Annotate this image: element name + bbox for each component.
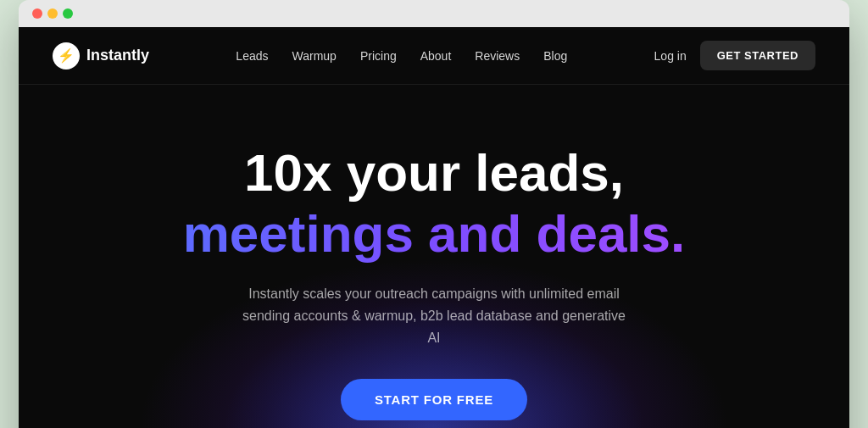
nav-link-warmup[interactable]: Warmup (292, 49, 337, 63)
nav-link-blog[interactable]: Blog (543, 49, 567, 63)
hero-title-line2: meetings and deals. (53, 205, 815, 263)
hero-subtitle: Instantly scales your outreach campaigns… (239, 283, 629, 348)
page-content: ⚡ Instantly Leads Warmup Pricing About R… (19, 27, 849, 428)
nav-actions: Log in GET STARTED (654, 41, 815, 70)
nav-link-about[interactable]: About (420, 49, 452, 63)
hero-section: 10x your leads, meetings and deals. Inst… (19, 85, 849, 428)
logo-text: Instantly (86, 47, 149, 64)
nav-links: Leads Warmup Pricing About Reviews Blog (236, 49, 567, 63)
traffic-light-green[interactable] (63, 8, 73, 19)
traffic-light-yellow[interactable] (47, 8, 58, 19)
traffic-lights (32, 8, 73, 19)
traffic-light-red[interactable] (32, 8, 42, 19)
start-free-button[interactable]: START FOR FREE (341, 379, 527, 420)
login-button[interactable]: Log in (654, 49, 687, 63)
nav-link-reviews[interactable]: Reviews (475, 49, 520, 63)
navbar: ⚡ Instantly Leads Warmup Pricing About R… (19, 27, 849, 85)
browser-chrome (19, 0, 849, 27)
logo-icon: ⚡ (53, 42, 80, 69)
hero-title-line1: 10x your leads, (53, 144, 815, 202)
browser-window: ⚡ Instantly Leads Warmup Pricing About R… (19, 0, 849, 428)
nav-link-pricing[interactable]: Pricing (360, 49, 397, 63)
logo[interactable]: ⚡ Instantly (53, 42, 149, 69)
get-started-button[interactable]: GET STARTED (700, 41, 815, 70)
nav-link-leads[interactable]: Leads (236, 49, 268, 63)
